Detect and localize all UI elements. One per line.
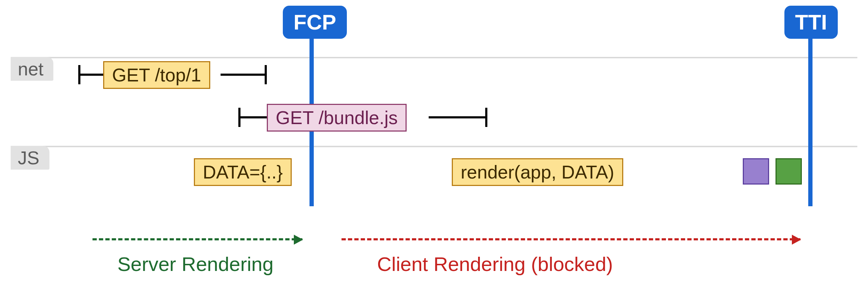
span-get-top: GET /top/1 — [78, 62, 267, 87]
js-block-render: render(app, DATA) — [452, 158, 623, 186]
phase-label-server: Server Rendering — [117, 252, 274, 276]
marker-badge-fcp: FCP — [283, 6, 347, 39]
phase-label-client: Client Rendering (blocked) — [377, 252, 613, 276]
js-block-purple — [743, 158, 769, 185]
js-block-green — [776, 158, 802, 185]
whisker-bar-left — [78, 74, 103, 76]
whisker-cap-right — [485, 108, 487, 127]
timeline-diagram: net JS FCP TTI GET /top/1 GET /bundle.js… — [0, 0, 868, 293]
track-label-net: net — [11, 57, 53, 81]
marker-line-tti — [808, 36, 813, 206]
whisker-cap-right — [265, 65, 267, 84]
phase-arrow-client — [342, 238, 800, 240]
whisker-bar-left — [238, 116, 267, 118]
track-rule-net-top — [11, 57, 857, 58]
span-get-bundle: GET /bundle.js — [238, 105, 487, 130]
span-box-get-bundle: GET /bundle.js — [267, 104, 407, 132]
marker-badge-tti: TTI — [784, 6, 838, 39]
track-rule-js-top — [11, 146, 857, 147]
whisker-bar-right — [221, 74, 267, 76]
phase-arrow-server — [92, 238, 302, 240]
span-box-get-top: GET /top/1 — [103, 61, 210, 89]
whisker-bar-right — [429, 116, 487, 118]
js-block-data: DATA={..} — [194, 158, 292, 186]
track-label-js: JS — [11, 146, 49, 170]
